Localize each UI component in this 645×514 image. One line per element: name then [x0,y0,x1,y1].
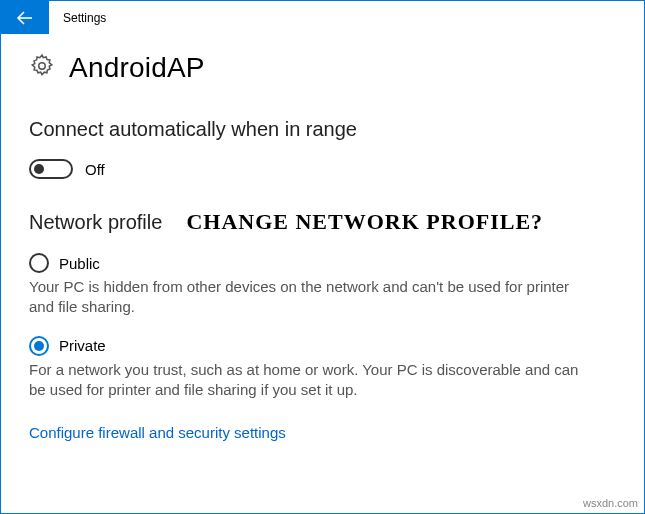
radio-public-circle [29,253,49,273]
back-arrow-icon [15,8,35,28]
radio-private-circle [29,336,49,356]
radio-public-label: Public [59,255,100,272]
radio-private-desc: For a network you trust, such as at home… [29,360,589,401]
connect-toggle-row: Off [29,159,616,179]
page-header: AndroidAP [29,52,616,84]
window-title: Settings [49,1,106,34]
gear-icon [29,53,55,83]
titlebar: Settings [1,1,644,34]
watermark: wsxdn.com [583,497,638,509]
content-area: AndroidAP Connect automatically when in … [1,34,644,442]
radio-public-desc: Your PC is hidden from other devices on … [29,277,589,318]
connect-toggle[interactable] [29,159,73,179]
radio-dot-icon [34,341,44,351]
page-title: AndroidAP [69,52,205,84]
svg-point-1 [39,63,46,70]
radio-public[interactable]: Public [29,253,616,273]
back-button[interactable] [1,1,49,34]
profile-heading: Network profile [29,211,162,234]
radio-private-label: Private [59,337,106,354]
profile-heading-row: Network profile CHANGE NETWORK PROFILE? [29,209,616,235]
toggle-knob-icon [34,164,44,174]
firewall-link[interactable]: Configure firewall and security settings [29,424,286,441]
annotation-text: CHANGE NETWORK PROFILE? [186,209,543,235]
connect-heading: Connect automatically when in range [29,118,616,141]
radio-private[interactable]: Private [29,336,616,356]
connect-toggle-label: Off [85,161,105,178]
